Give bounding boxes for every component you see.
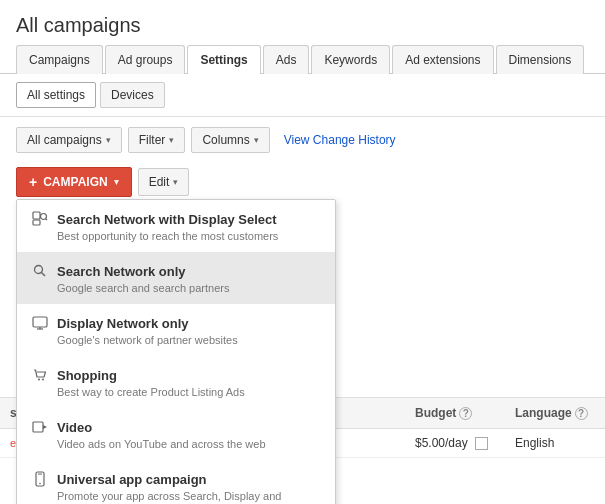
shopping-icon — [31, 366, 49, 384]
th-budget-label: Budget — [415, 406, 456, 420]
columns-arrow-icon: ▾ — [254, 135, 259, 145]
svg-rect-0 — [33, 212, 40, 219]
menu-item-search-display-desc: Best opportunity to reach the most custo… — [57, 230, 321, 242]
th-budget: Budget ? — [405, 398, 505, 428]
th-language-help-icon[interactable]: ? — [575, 407, 588, 420]
search-only-icon — [31, 262, 49, 280]
th-language-label: Language — [515, 406, 572, 420]
svg-line-2 — [46, 219, 47, 220]
tab-keywords[interactable]: Keywords — [311, 45, 390, 74]
secondary-tabs: All settings Devices — [0, 74, 605, 117]
campaign-button[interactable]: + CAMPAIGN ▾ — [16, 167, 132, 197]
search-display-icon — [31, 210, 49, 228]
svg-rect-3 — [33, 220, 40, 225]
td-budget-value: $5.00/day — [415, 436, 468, 450]
svg-rect-6 — [33, 317, 47, 327]
td-budget-checkbox[interactable] — [475, 437, 488, 450]
toolbar: All campaigns ▾ Filter ▾ Columns ▾ View … — [0, 117, 605, 163]
filter-label: Filter — [139, 133, 166, 147]
campaign-plus-icon: + — [29, 174, 37, 190]
edit-arrow-icon: ▾ — [173, 177, 178, 187]
menu-item-universal-app-desc: Promote your app across Search, Display … — [57, 490, 321, 504]
all-campaigns-label: All campaigns — [27, 133, 102, 147]
menu-item-shopping-desc: Best way to create Product Listing Ads — [57, 386, 321, 398]
video-icon — [31, 418, 49, 436]
menu-item-search-display-title: Search Network with Display Select — [57, 212, 277, 227]
tab-campaigns[interactable]: Campaigns — [16, 45, 103, 74]
menu-item-search-only[interactable]: Search Network only Google search and se… — [17, 252, 335, 304]
campaign-label: CAMPAIGN — [43, 175, 107, 189]
campaign-arrow-icon: ▾ — [114, 177, 119, 187]
menu-item-search-only-title: Search Network only — [57, 264, 186, 279]
svg-marker-12 — [43, 425, 47, 429]
menu-item-universal-app[interactable]: Universal app campaign Promote your app … — [17, 460, 335, 504]
menu-item-video[interactable]: Video Video ads on YouTube and across th… — [17, 408, 335, 460]
menu-item-search-display-select[interactable]: Search Network with Display Select Best … — [17, 200, 335, 252]
td-budget: $5.00/day — [405, 429, 505, 457]
page-title: All campaigns — [0, 0, 605, 45]
menu-item-video-title: Video — [57, 420, 92, 435]
tab-ads[interactable]: Ads — [263, 45, 310, 74]
svg-rect-11 — [33, 422, 43, 432]
tab-settings[interactable]: Settings — [187, 45, 260, 74]
tab-devices[interactable]: Devices — [100, 82, 165, 108]
edit-label: Edit — [149, 175, 170, 189]
th-language: Language ? — [505, 398, 605, 428]
filter-arrow-icon: ▾ — [169, 135, 174, 145]
menu-item-search-only-desc: Google search and search partners — [57, 282, 321, 294]
svg-line-5 — [42, 273, 46, 277]
svg-point-9 — [38, 379, 40, 381]
columns-label: Columns — [202, 133, 249, 147]
tab-all-settings[interactable]: All settings — [16, 82, 96, 108]
menu-item-video-desc: Video ads on YouTube and across the web — [57, 438, 321, 450]
svg-point-4 — [35, 266, 43, 274]
all-campaigns-arrow-icon: ▾ — [106, 135, 111, 145]
tab-ad-extensions[interactable]: Ad extensions — [392, 45, 493, 74]
tab-dimensions[interactable]: Dimensions — [496, 45, 585, 74]
action-row: + CAMPAIGN ▾ Edit ▾ Search Network with … — [0, 163, 605, 197]
td-language: English — [505, 429, 605, 457]
td-language-value: English — [515, 436, 554, 450]
filter-button[interactable]: Filter ▾ — [128, 127, 186, 153]
universal-app-icon — [31, 470, 49, 488]
svg-point-10 — [42, 379, 44, 381]
all-campaigns-button[interactable]: All campaigns ▾ — [16, 127, 122, 153]
tab-adgroups[interactable]: Ad groups — [105, 45, 186, 74]
menu-item-universal-app-title: Universal app campaign — [57, 472, 207, 487]
edit-button[interactable]: Edit ▾ — [138, 168, 190, 196]
top-tabs: Campaigns Ad groups Settings Ads Keyword… — [0, 45, 605, 74]
view-change-link[interactable]: View Change History — [284, 133, 396, 147]
menu-item-display-only[interactable]: Display Network only Google's network of… — [17, 304, 335, 356]
campaign-type-dropdown: Search Network with Display Select Best … — [16, 199, 336, 504]
menu-item-shopping[interactable]: Shopping Best way to create Product List… — [17, 356, 335, 408]
menu-item-shopping-title: Shopping — [57, 368, 117, 383]
columns-button[interactable]: Columns ▾ — [191, 127, 269, 153]
th-budget-help-icon[interactable]: ? — [459, 407, 472, 420]
menu-item-display-only-title: Display Network only — [57, 316, 188, 331]
menu-item-display-only-desc: Google's network of partner websites — [57, 334, 321, 346]
display-only-icon — [31, 314, 49, 332]
svg-point-15 — [39, 483, 41, 485]
